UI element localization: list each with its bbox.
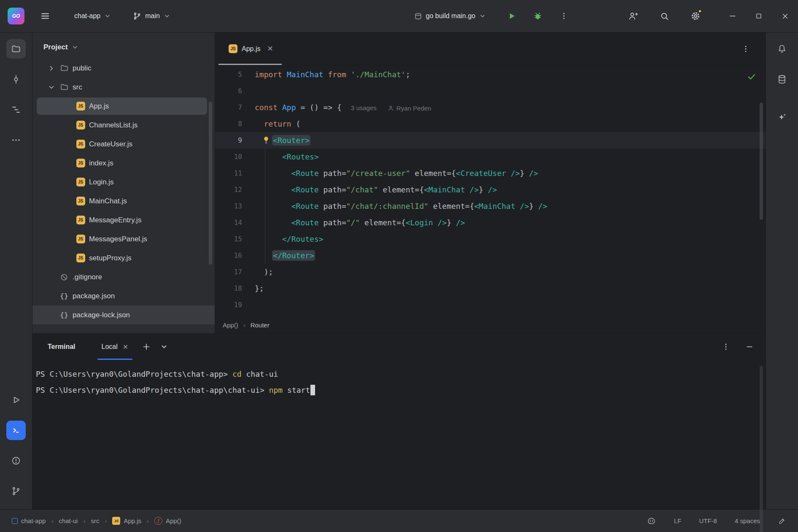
terminal-dropdown-button[interactable]	[160, 343, 168, 351]
terminal-line[interactable]: PS C:\Users\ryan0\GolandProjects\chat-ap…	[36, 382, 766, 398]
terminal-hide-button[interactable]	[745, 343, 754, 351]
tab-close-button[interactable]: ✕	[267, 44, 273, 53]
more-tools-button[interactable]	[6, 130, 26, 150]
terminal-options-button[interactable]	[722, 343, 730, 351]
version-control-tool-button[interactable]	[6, 481, 26, 501]
code-line-6[interactable]: 6	[215, 83, 766, 99]
code-line-12[interactable]: 12 <Route path="/chat" element={<MainCha…	[215, 181, 766, 198]
tree-item-ChannelsList.js[interactable]: JSChannelsList.js	[32, 116, 215, 135]
project-tool-button[interactable]	[6, 39, 26, 59]
terminal-line[interactable]: PS C:\Users\ryan0\GolandProjects\chat-ap…	[36, 366, 766, 382]
tab-app-js[interactable]: JS App.js ✕	[218, 32, 282, 65]
breadcrumb-item[interactable]: App()	[223, 321, 238, 329]
code-line-8[interactable]: 8 return (	[215, 116, 766, 132]
structure-tool-button[interactable]	[6, 100, 26, 119]
code-line-19[interactable]: 19	[215, 297, 766, 313]
status-path-item[interactable]: fApp()	[154, 517, 181, 525]
code-line-7[interactable]: 7const App = () => {3 usagesRyan Peden	[215, 99, 766, 116]
notifications-button[interactable]	[772, 39, 792, 59]
encoding-indicator[interactable]: UTF-8	[699, 517, 717, 524]
code-line-9[interactable]: 9 <Router>	[215, 132, 766, 149]
code-line-15[interactable]: 15 </Routes>	[215, 231, 766, 247]
code-line-17[interactable]: 17 );	[215, 264, 766, 280]
terminal-tool-button[interactable]	[6, 421, 26, 440]
project-scrollbar[interactable]	[209, 102, 212, 265]
project-view-selector[interactable]: Project	[43, 43, 68, 51]
commit-tool-button[interactable]	[6, 70, 26, 89]
code-line-13[interactable]: 13 <Route path="/chat/:channelId" elemen…	[215, 198, 766, 214]
tree-item-package-lock.json[interactable]: {}package-lock.json	[32, 305, 215, 324]
tree-item-App.js[interactable]: JSApp.js	[32, 97, 215, 116]
tree-item-MainChat.js[interactable]: JSMainChat.js	[32, 192, 215, 211]
code-line-14[interactable]: 14 <Route path="/" element={<Login />} /…	[215, 214, 766, 231]
code-text: <Route path="/" element={<Login />} />	[255, 218, 465, 227]
code-line-16[interactable]: 16 </Router>	[215, 247, 766, 264]
code-line-11[interactable]: 11 <Route path="/create-user" element={<…	[215, 165, 766, 181]
terminal-scrollbar[interactable]	[760, 366, 763, 532]
editor-scrollbar[interactable]	[760, 103, 763, 220]
branch-selector[interactable]: main	[128, 6, 175, 26]
breadcrumb-item[interactable]: Router	[251, 321, 270, 329]
chevron-down-icon[interactable]	[72, 44, 78, 51]
tree-item-MessageEntry.js[interactable]: JSMessageEntry.js	[32, 211, 215, 230]
copilot-status-button[interactable]	[647, 516, 656, 526]
tree-item-package.json[interactable]: {}package.json	[32, 286, 215, 305]
database-tool-button[interactable]	[772, 70, 792, 89]
tree-item-public[interactable]: public	[32, 59, 215, 78]
tree-chevron-icon[interactable]	[43, 84, 59, 91]
terminal-output[interactable]: PS C:\Users\ryan0\GolandProjects\chat-ap…	[32, 360, 766, 509]
code-line-18[interactable]: 18};	[215, 280, 766, 297]
code-text: </Router>	[255, 251, 314, 260]
breadcrumb-separator: ›	[243, 321, 245, 329]
terminal-tab-local[interactable]: Local ✕	[99, 334, 131, 360]
search-everywhere-button[interactable]	[655, 6, 674, 26]
run-configuration-selector[interactable]: go build main.go	[409, 6, 491, 26]
js-icon: JS	[76, 216, 85, 224]
intention-bulb-icon[interactable]	[262, 135, 271, 145]
author-inlay[interactable]: Ryan Peden	[388, 105, 431, 112]
hamburger-icon	[40, 11, 50, 21]
tree-item-src[interactable]: src	[32, 78, 215, 97]
ai-assistant-button[interactable]	[772, 108, 792, 127]
indent-indicator[interactable]: 4 spaces	[735, 517, 760, 524]
settings-notification-dot	[698, 9, 702, 13]
maximize-button[interactable]	[746, 0, 772, 32]
run-tool-button[interactable]	[6, 390, 26, 410]
code-line-10[interactable]: 10 <Routes>	[215, 149, 766, 165]
minimize-button[interactable]	[720, 0, 746, 32]
line-ending-indicator[interactable]: LF	[674, 517, 682, 524]
status-path-item[interactable]: JSApp.js	[112, 517, 141, 525]
status-path-item[interactable]: chat-ui	[59, 517, 78, 524]
usages-inlay[interactable]: 3 usages	[351, 104, 377, 111]
edit-mode-button[interactable]	[778, 517, 786, 525]
tree-item-.gitignore[interactable]: .gitignore	[32, 267, 215, 286]
tree-item-Login.js[interactable]: JSLogin.js	[32, 173, 215, 192]
project-selector[interactable]: chat-app	[69, 6, 116, 26]
status-path-item[interactable]: chat-app	[12, 517, 46, 524]
tree-item-setupProxy.js[interactable]: JSsetupProxy.js	[32, 248, 215, 267]
terminal-tab-close-button[interactable]: ✕	[123, 343, 128, 351]
close-button[interactable]	[772, 0, 798, 32]
more-actions-button[interactable]	[554, 6, 574, 26]
tree-chevron-icon[interactable]	[43, 65, 59, 72]
code-line-5[interactable]: 5import MainChat from './MainChat';	[215, 66, 766, 83]
braces-icon: {}	[59, 311, 69, 319]
code-editor[interactable]: 5import MainChat from './MainChat';67con…	[215, 65, 766, 316]
code-with-me-button[interactable]	[623, 6, 643, 26]
chevron-down-icon	[160, 343, 168, 351]
ai-sparkle-icon	[777, 112, 787, 122]
problems-tool-button[interactable]	[6, 451, 26, 470]
new-terminal-button[interactable]	[142, 342, 151, 351]
settings-button[interactable]	[686, 6, 705, 26]
debug-button[interactable]	[528, 6, 547, 26]
js-icon: JS	[76, 197, 85, 205]
run-button[interactable]	[502, 6, 521, 26]
tree-item-CreateUser.js[interactable]: JSCreateUser.js	[32, 135, 215, 154]
editor-options-button[interactable]	[736, 39, 755, 59]
inspections-ok-icon[interactable]	[747, 72, 756, 81]
tree-item-MessagesPanel.js[interactable]: JSMessagesPanel.js	[32, 230, 215, 248]
main-menu-button[interactable]	[35, 6, 55, 26]
status-path-item[interactable]: src	[91, 517, 99, 524]
tree-item-index.js[interactable]: JSindex.js	[32, 154, 215, 173]
code-text: <Route path="/chat" element={<MainChat /…	[255, 185, 497, 194]
